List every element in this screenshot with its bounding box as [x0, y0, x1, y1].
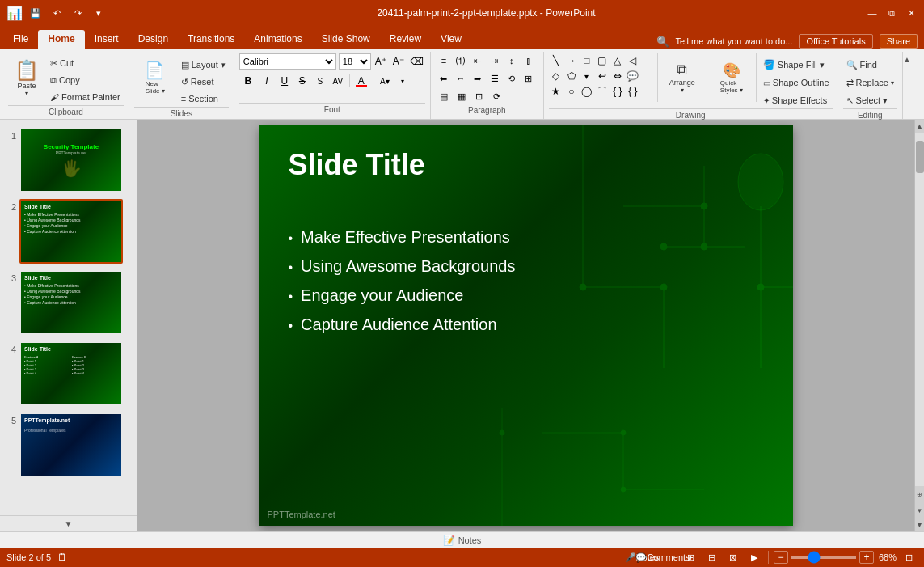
slide-thumb-4[interactable]: Slide Title Feature A• Point 1• Point 2•… [19, 341, 123, 406]
bracket-shape[interactable]: { } [610, 84, 625, 99]
tab-review[interactable]: Review [380, 30, 431, 49]
slide-item-5[interactable]: 5 PPTTemplate.net Professional Templates [3, 411, 133, 479]
section-button[interactable]: ≡ Section [178, 91, 229, 107]
zoom-in-button[interactable]: + [859, 551, 874, 564]
tab-animations[interactable]: Animations [244, 30, 311, 49]
bullet-list-button[interactable]: ≡ [436, 53, 452, 68]
strikethrough-button[interactable]: S [294, 73, 310, 89]
star-shape[interactable]: ★ [549, 84, 563, 99]
minimize-button[interactable]: — [866, 6, 879, 19]
line-shape[interactable]: ╲ [549, 53, 563, 68]
rounded-rect-shape[interactable]: ▢ [595, 53, 610, 68]
shape-outline-button[interactable]: ▭ Shape Outline [760, 74, 833, 91]
scroll-down-button[interactable]: ▼ [915, 518, 925, 531]
customize-qat-button[interactable]: ▾ [91, 5, 107, 21]
normal-view-button[interactable]: ⊞ [682, 550, 700, 565]
tab-transitions[interactable]: Transitions [178, 30, 244, 49]
next-slide-button[interactable]: ▼ [917, 502, 923, 518]
font-color-button[interactable]: A [353, 73, 369, 89]
columns-button[interactable]: ⫿ [521, 53, 537, 68]
restore-button[interactable]: ⧉ [885, 6, 898, 19]
align-left-button[interactable]: ⬅ [436, 71, 452, 86]
tab-file[interactable]: File [3, 30, 38, 49]
char-spacing-button[interactable]: AV [330, 73, 346, 89]
notes-bar[interactable]: 📝 Notes [0, 531, 924, 548]
slide-thumb-1[interactable]: Security Template PPTTemplate.net 🖐 [19, 128, 123, 193]
slide-scroll-down[interactable]: ▼ [0, 515, 137, 531]
font-name-select[interactable]: Calibri [239, 53, 336, 70]
tab-design[interactable]: Design [129, 30, 178, 49]
paste-button[interactable]: 📋 Paste ▾ [8, 53, 45, 102]
office-tutorials-button[interactable]: Office Tutorials [799, 34, 872, 49]
tab-insert[interactable]: Insert [85, 30, 129, 49]
quick-styles-button[interactable]: 🎨 QuickStyles ▾ [711, 53, 753, 102]
save-qat-button[interactable]: 💾 [27, 5, 44, 21]
shadow-button[interactable]: S [312, 73, 328, 89]
pentagon-shape[interactable]: ⬠ [564, 69, 579, 83]
slide-thumb-5[interactable]: PPTTemplate.net Professional Templates [19, 413, 123, 477]
expand-button[interactable]: ⊕ [917, 486, 922, 502]
select-button[interactable]: ↖ Select ▾ [843, 92, 892, 108]
numbered-list-button[interactable]: ⑴ [453, 53, 469, 68]
search-icon[interactable]: 🔍 [656, 36, 669, 48]
tab-view[interactable]: View [431, 30, 471, 49]
callout[interactable]: 💬 [626, 69, 640, 83]
align-right-button[interactable]: ➡ [470, 71, 486, 86]
slide-item-2[interactable]: 2 Slide Title • Make Effective Presentat… [3, 197, 133, 265]
slide-layout-btn[interactable]: ▤ [436, 89, 452, 104]
circle-shape[interactable]: ○ [564, 84, 579, 99]
arrow-shape[interactable]: → [564, 53, 579, 68]
rtriangle-shape[interactable]: ◁ [626, 53, 640, 68]
cut-button[interactable]: ✂ Cut [47, 55, 124, 71]
slide-item-3[interactable]: 3 Slide Title • Make Effective Presentat… [3, 269, 133, 336]
reading-view-button[interactable]: ⊠ [724, 550, 742, 565]
scroll-track[interactable] [915, 133, 925, 486]
rect-shape[interactable]: □ [580, 53, 594, 68]
arc-shape[interactable]: ⌒ [595, 84, 610, 99]
font-grow-button[interactable]: A⁺ [373, 53, 389, 70]
font-size-select[interactable]: 18 [339, 53, 371, 70]
triangle-shape[interactable]: △ [610, 53, 625, 68]
layout-button[interactable]: ▤ Layout ▾ [178, 57, 229, 73]
underline-button[interactable]: U [276, 73, 293, 89]
zoom-slider[interactable] [791, 556, 856, 559]
shape-fill-button[interactable]: 🪣 Shape Fill ▾ [760, 57, 833, 73]
replace-button[interactable]: ⇄ Replace ▾ [843, 74, 897, 91]
font-shrink-button[interactable]: A⁻ [390, 53, 407, 70]
slide-title[interactable]: Slide Title [289, 148, 425, 182]
arrange-button[interactable]: ⧉ Arrange ▾ [661, 53, 703, 102]
ribbon-collapse-button[interactable]: ▲ [903, 52, 916, 119]
paste-dropdown-arrow[interactable]: ▾ [25, 90, 28, 97]
zoom-out-button[interactable]: − [774, 551, 788, 564]
diamond-shape[interactable]: ◇ [549, 69, 563, 83]
double-arrow[interactable]: ⇔ [610, 69, 625, 83]
presenter-view-button[interactable]: ▶ [745, 550, 763, 565]
new-slide-button[interactable]: 📄 NewSlide ▾ [134, 53, 176, 102]
bold-button[interactable]: B [239, 73, 257, 89]
font-dropdown-button[interactable]: ▾ [394, 73, 411, 89]
clear-format-button[interactable]: ⌫ [409, 53, 425, 70]
align-center-button[interactable]: ↔ [453, 71, 469, 86]
curved-arrow[interactable]: ↩ [595, 69, 610, 83]
smart-art-button[interactable]: ⊞ [521, 71, 537, 86]
tell-me-input[interactable]: Tell me what you want to do... [676, 36, 793, 46]
content-size-btn[interactable]: ⊡ [471, 89, 487, 104]
main-slide[interactable]: Slide Title • Make Effective Presentatio… [259, 125, 793, 526]
increase-indent-button[interactable]: ⇥ [487, 53, 503, 68]
slide-thumb-2[interactable]: Slide Title • Make Effective Presentatio… [19, 199, 123, 264]
section-layout-btn[interactable]: ▦ [454, 89, 470, 104]
slide-item-1[interactable]: 1 Security Template PPTTemplate.net 🖐 [3, 126, 133, 194]
brace-shape[interactable]: { } [626, 84, 640, 99]
reset-button[interactable]: ↺ Reset [178, 74, 229, 90]
fit-slide-button[interactable]: ⊡ [900, 550, 918, 565]
format-painter-button[interactable]: 🖌 Format Painter [47, 89, 124, 105]
close-button[interactable]: ✕ [905, 6, 918, 19]
line-spacing-button[interactable]: ↕ [504, 53, 520, 68]
undo-qat-button[interactable]: ↶ [49, 5, 65, 21]
decrease-indent-button[interactable]: ⇤ [470, 53, 486, 68]
comments-button[interactable]: 💬 Comments [654, 550, 672, 565]
tab-slideshow[interactable]: Slide Show [312, 30, 380, 49]
tab-home[interactable]: Home [38, 30, 84, 49]
convert-btn[interactable]: ⟳ [489, 89, 505, 104]
justify-button[interactable]: ☰ [487, 71, 503, 86]
